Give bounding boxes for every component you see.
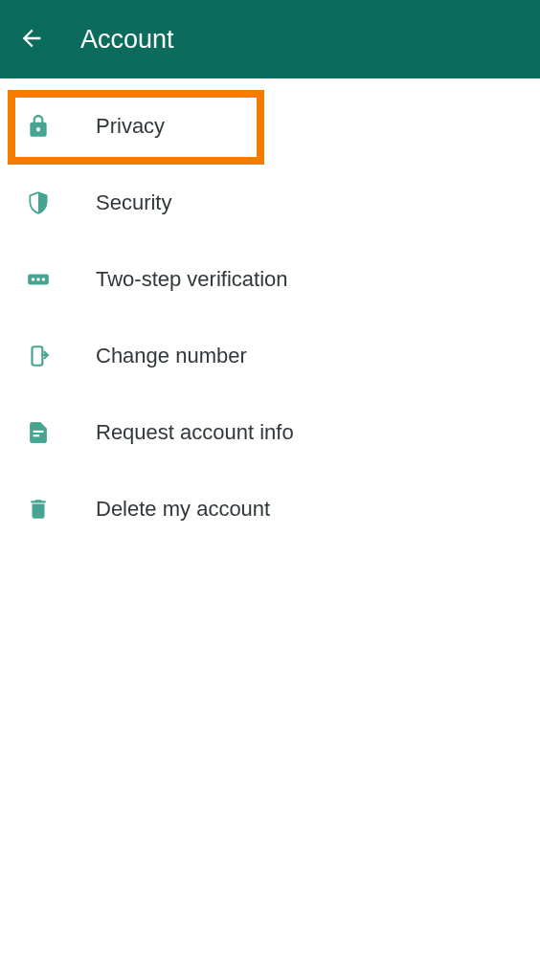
svg-point-1	[32, 278, 34, 280]
trash-icon	[25, 496, 52, 523]
shield-icon	[25, 189, 52, 216]
lock-icon	[25, 113, 52, 140]
menu-item-label: Change number	[96, 344, 247, 368]
menu-item-label: Security	[96, 190, 171, 215]
menu-item-label: Delete my account	[96, 497, 270, 522]
menu-item-label: Two-step verification	[96, 267, 288, 292]
phone-swap-icon	[25, 343, 52, 369]
menu-item-label: Privacy	[96, 114, 165, 139]
dots-icon	[25, 266, 52, 293]
menu-item-request-info[interactable]: Request account info	[0, 394, 540, 471]
svg-point-3	[42, 278, 45, 280]
account-menu: Privacy Security Two-step verification C…	[0, 78, 540, 547]
menu-item-two-step[interactable]: Two-step verification	[0, 241, 540, 318]
page-title: Account	[80, 25, 174, 55]
svg-rect-5	[34, 431, 44, 433]
menu-item-privacy[interactable]: Privacy	[0, 88, 540, 165]
menu-item-delete-account[interactable]: Delete my account	[0, 471, 540, 547]
menu-item-change-number[interactable]: Change number	[0, 318, 540, 394]
svg-rect-6	[34, 434, 40, 436]
menu-item-security[interactable]: Security	[0, 165, 540, 241]
svg-point-2	[36, 278, 39, 280]
app-header: Account	[0, 0, 540, 78]
back-button[interactable]	[17, 25, 46, 54]
menu-item-label: Request account info	[96, 420, 294, 445]
arrow-back-icon	[18, 25, 45, 55]
document-icon	[25, 419, 52, 446]
svg-rect-4	[33, 346, 43, 366]
